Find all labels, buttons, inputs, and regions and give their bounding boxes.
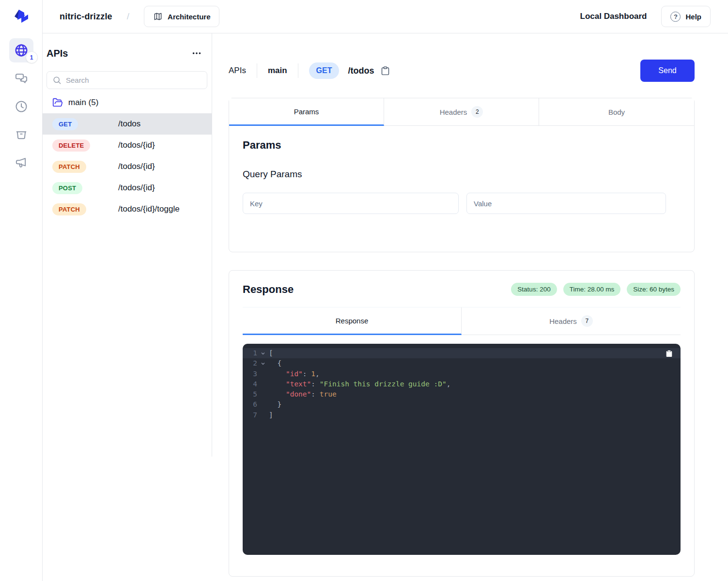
endpoint-row[interactable]: PATCH/todos/{id} <box>43 156 212 177</box>
copy-response-button[interactable] <box>665 350 673 358</box>
code-line: 3 "id": 1, <box>243 369 681 379</box>
topbar: nitric-drizzle / Architecture Local Dash… <box>43 0 728 33</box>
code-text: "id": 1, <box>269 369 320 379</box>
local-dashboard-title: Local Dashboard <box>580 12 647 21</box>
tab-label: Headers <box>549 317 577 325</box>
fold-spacer <box>257 399 269 410</box>
endpoint-route: /todos/{id} <box>118 162 155 171</box>
response-tab-headers[interactable]: Headers7 <box>462 307 681 335</box>
tab-count-badge: 2 <box>471 106 483 118</box>
params-title: Params <box>243 139 681 152</box>
status-pill: Status: 200 <box>511 283 557 296</box>
status-pill: Time: 28.00 ms <box>563 283 621 296</box>
fold-spacer <box>257 389 269 399</box>
breadcrumb-section: APIs <box>229 66 246 76</box>
breadcrumb-api: main <box>268 66 287 76</box>
fold-spacer <box>257 410 269 420</box>
architecture-label: Architecture <box>168 13 210 21</box>
query-key-input[interactable] <box>243 193 459 214</box>
endpoint-route: /todos/{id} <box>118 140 155 150</box>
line-number: 6 <box>249 399 257 410</box>
send-button[interactable]: Send <box>640 60 695 82</box>
code-text: ] <box>269 410 273 420</box>
fold-spacer <box>257 369 269 379</box>
copy-path-button[interactable] <box>380 66 390 76</box>
help-button[interactable]: ? Help <box>661 6 711 27</box>
response-tab-response[interactable]: Response <box>243 307 462 335</box>
code-text: } <box>269 399 281 410</box>
map-icon <box>153 12 163 21</box>
code-line: 7] <box>243 410 681 420</box>
request-card: ParamsHeaders2Body Params Query Params <box>229 98 695 252</box>
status-pill: Size: 60 bytes <box>627 283 681 296</box>
endpoint-route: /todos <box>118 119 140 129</box>
request-tab-headers[interactable]: Headers2 <box>384 98 539 126</box>
request-path: /todos <box>348 66 374 76</box>
endpoint-row[interactable]: GET/todos <box>43 113 212 135</box>
rail-item-apis[interactable]: 1 <box>9 38 33 62</box>
rail-item-storage[interactable] <box>9 122 33 147</box>
response-code: 1[2 {3 "id": 1,4 "text": "Finish this dr… <box>243 344 681 555</box>
line-number: 7 <box>249 410 257 420</box>
sidebar-menu-button[interactable] <box>189 46 204 61</box>
question-icon: ? <box>670 12 681 22</box>
app-root: 1 nitric-drizzle / Architecture Local Da… <box>0 0 728 581</box>
rail-item-schedules[interactable] <box>9 94 33 119</box>
request-tab-body[interactable]: Body <box>539 98 694 126</box>
fold-spacer <box>257 379 269 389</box>
code-line: 4 "text": "Finish this drizzle guide :D"… <box>243 379 681 389</box>
code-line: 6 } <box>243 399 681 410</box>
project-name: nitric-drizzle <box>60 12 112 22</box>
tab-label: Params <box>294 107 319 116</box>
method-badge: POST <box>52 182 82 194</box>
response-tabs: ResponseHeaders7 <box>243 307 681 335</box>
search-input[interactable] <box>66 76 201 84</box>
rail-item-topics[interactable] <box>9 151 33 175</box>
endpoint-route: /todos/{id} <box>118 183 155 193</box>
code-line: 5 "done": true <box>243 389 681 399</box>
endpoint-row[interactable]: POST/todos/{id} <box>43 177 212 199</box>
nitric-logo-icon[interactable] <box>13 6 30 26</box>
method-badge: GET <box>52 118 78 130</box>
search-box <box>46 71 207 89</box>
megaphone-icon <box>15 156 28 169</box>
endpoint-row[interactable]: DELETE/todos/{id} <box>43 135 212 156</box>
query-params-title: Query Params <box>243 169 681 180</box>
box-icon <box>15 128 28 141</box>
api-group-main[interactable]: main (5) <box>43 89 212 113</box>
code-text: [ <box>269 348 273 358</box>
rail-nav: 1 <box>9 38 33 175</box>
breadcrumb-separator: / <box>127 11 129 22</box>
response-title: Response <box>243 283 294 296</box>
nav-rail: 1 <box>0 0 43 581</box>
endpoint-list: GET/todosDELETE/todos/{id}PATCH/todos/{i… <box>43 113 212 220</box>
clock-icon <box>15 100 28 113</box>
fold-chevron-icon[interactable] <box>257 358 269 368</box>
line-number: 5 <box>249 389 257 399</box>
code-text: { <box>269 358 281 368</box>
request-tab-params[interactable]: Params <box>229 98 384 126</box>
request-tabs: ParamsHeaders2Body <box>229 98 694 126</box>
code-line: 2 { <box>243 358 681 368</box>
search-icon <box>52 76 62 85</box>
response-status-pills: Status: 200Time: 28.00 msSize: 60 bytes <box>511 283 681 296</box>
sidebar: APIs <box>43 33 212 581</box>
query-value-input[interactable] <box>466 193 666 214</box>
api-group-label: main (5) <box>68 98 98 107</box>
tab-count-badge: 7 <box>581 315 593 327</box>
code-text: "text": "Finish this drizzle guide :D", <box>269 379 450 389</box>
architecture-button[interactable]: Architecture <box>144 6 219 27</box>
code-line: 1[ <box>243 348 681 358</box>
rail-item-websockets[interactable] <box>9 66 33 91</box>
endpoint-row[interactable]: PATCH/todos/{id}/toggle <box>43 199 212 220</box>
count-badge: 1 <box>26 51 38 63</box>
chat-icon <box>15 72 28 85</box>
method-badge: PATCH <box>52 161 86 173</box>
endpoint-route: /todos/{id}/toggle <box>118 204 180 214</box>
clipboard-icon <box>380 66 390 76</box>
sidebar-title: APIs <box>46 48 68 59</box>
tab-label: Headers <box>440 108 467 116</box>
request-method-badge[interactable]: GET <box>309 62 340 79</box>
fold-chevron-icon[interactable] <box>257 348 269 358</box>
method-badge: PATCH <box>52 203 86 215</box>
